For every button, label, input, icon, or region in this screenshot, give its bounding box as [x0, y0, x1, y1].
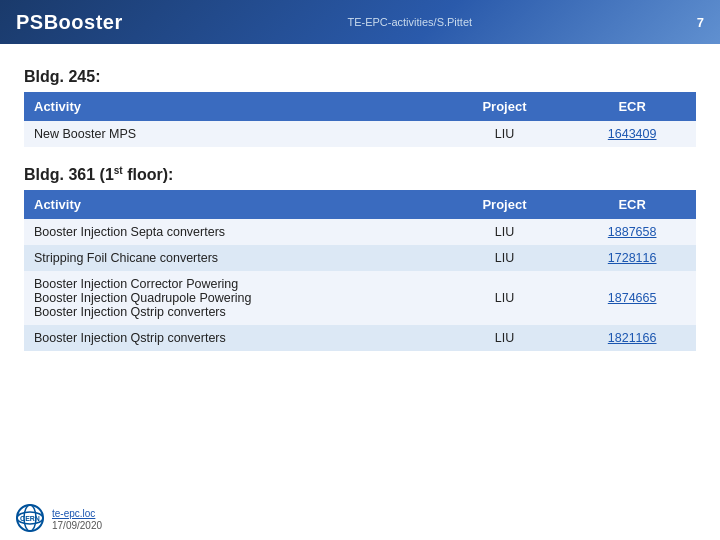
table-row: Booster Injection Corrector PoweringBoos…: [24, 271, 696, 325]
page-footer: CERN te-epc.loc 17/09/2020: [16, 504, 102, 532]
cell-activity: Stripping Foil Chicane converters: [24, 245, 441, 271]
cell-activity: Booster Injection Septa converters: [24, 219, 441, 245]
page-number: 7: [697, 15, 704, 30]
cell-activity: Booster Injection Qstrip converters: [24, 325, 441, 351]
header-subtitle: TE-EPC-activities/S.Pittet: [347, 16, 472, 28]
table-row: Booster Injection Qstrip converters LIU …: [24, 325, 696, 351]
col-header-project: Project: [441, 190, 569, 219]
col-header-activity: Activity: [24, 92, 441, 121]
cell-project: LIU: [441, 219, 569, 245]
table-bldg245: Activity Project ECR New Booster MPS LIU…: [24, 92, 696, 147]
cell-ecr[interactable]: 1874665: [568, 271, 696, 325]
col-header-activity: Activity: [24, 190, 441, 219]
main-content: Bldg. 245: Activity Project ECR New Boos…: [0, 44, 720, 383]
cern-logo: CERN: [16, 504, 44, 532]
cell-project: LIU: [441, 325, 569, 351]
cell-ecr[interactable]: 1821166: [568, 325, 696, 351]
cell-project: LIU: [441, 245, 569, 271]
cell-project: LIU: [441, 121, 569, 147]
cell-ecr[interactable]: 1887658: [568, 219, 696, 245]
cell-project: LIU: [441, 271, 569, 325]
footer-info: te-epc.loc 17/09/2020: [52, 505, 102, 531]
section-heading-bldg245: Bldg. 245:: [24, 68, 696, 86]
table-row: Stripping Foil Chicane converters LIU 17…: [24, 245, 696, 271]
table-bldg361: Activity Project ECR Booster Injection S…: [24, 190, 696, 351]
footer-link[interactable]: te-epc.loc: [52, 505, 102, 520]
table-row: New Booster MPS LIU 1643409: [24, 121, 696, 147]
cell-ecr[interactable]: 1728116: [568, 245, 696, 271]
footer-date: 17/09/2020: [52, 520, 102, 531]
table-header-row: Activity Project ECR: [24, 190, 696, 219]
cell-activity: Booster Injection Corrector PoweringBoos…: [24, 271, 441, 325]
cell-activity: New Booster MPS: [24, 121, 441, 147]
col-header-project: Project: [441, 92, 569, 121]
cell-ecr[interactable]: 1643409: [568, 121, 696, 147]
table-row: Booster Injection Septa converters LIU 1…: [24, 219, 696, 245]
table-header-row: Activity Project ECR: [24, 92, 696, 121]
col-header-ecr: ECR: [568, 92, 696, 121]
page-header: PSBooster TE-EPC-activities/S.Pittet 7: [0, 0, 720, 44]
section-heading-bldg361: Bldg. 361 (1st floor):: [24, 165, 696, 184]
svg-text:CERN: CERN: [20, 515, 40, 522]
app-title: PSBooster: [16, 11, 123, 34]
col-header-ecr: ECR: [568, 190, 696, 219]
